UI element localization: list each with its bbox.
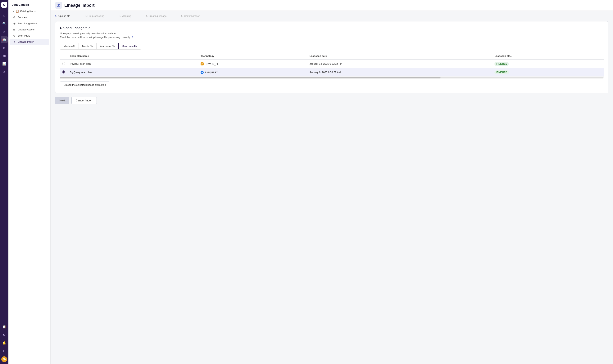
table-scroll-thumb — [60, 77, 441, 78]
step-1-number: 1. — [55, 14, 57, 17]
upload-card: Upload lineage file Lineage processing u… — [55, 21, 608, 93]
sidebar-item-lineage-import[interactable]: ↑ Lineage Import — [10, 39, 49, 45]
card-description: Lineage processing usually takes less th… — [60, 32, 604, 39]
term-suggestions-icon: ◈ — [13, 22, 16, 25]
status-badge-2: FINISHED — [494, 70, 509, 74]
connector-1 — [72, 16, 83, 16]
home-icon[interactable]: ⌂ — [1, 12, 8, 19]
col-technology: Technology — [198, 53, 307, 60]
lineage-import-icon: ↑ — [13, 40, 16, 43]
bigquery-tech: G BIGQUERY — [201, 71, 218, 74]
tab-ataccama-file[interactable]: Ataccama file — [96, 43, 119, 49]
lineage-assets-icon: ⊟ — [13, 28, 16, 31]
app-logo: O — [1, 2, 7, 8]
task-icon[interactable]: 📋 — [1, 323, 8, 330]
term-suggestions-label: Term Suggestions — [18, 22, 38, 25]
upload-extraction-button[interactable]: Upload the selected lineage extraction — [60, 81, 109, 88]
table-row[interactable]: BigQuery scan plan G BIGQUERY January 9,… — [60, 68, 604, 77]
next-button[interactable]: Next — [55, 97, 69, 104]
powerbi-tech: P POWER_BI — [201, 62, 218, 65]
sidebar-item-lineage-assets[interactable]: ⊟ Lineage Assets — [10, 26, 49, 33]
scan-results-table-container: Scan plan name Technology Last scan date… — [60, 53, 604, 77]
step-3-label: 3. Mapping — [119, 14, 131, 17]
table2-icon[interactable]: ⊟ — [1, 347, 8, 354]
left-rail: O ⌂ 🔍 ◎ 📖 ⊞ ▦ 📊 ⌕ 📋 ⚙ 🔔 ⊟ FB — [0, 0, 8, 364]
book-icon[interactable]: 📖 — [1, 36, 8, 43]
status-badge-1: FINISHED — [494, 62, 509, 66]
tab-manta-api[interactable]: Manta API — [60, 43, 79, 49]
top-bar: Lineage Import — [51, 0, 613, 11]
row-1-status: FINISHED — [492, 60, 604, 68]
row-1-radio[interactable] — [62, 62, 65, 65]
content-area: 1. Upload file 2. File processing 3. Map… — [51, 11, 613, 364]
sidebar-item-catalog-items[interactable]: ▶ 📋 Catalog Items — [10, 8, 49, 14]
lineage-import-label: Lineage Import — [18, 40, 34, 43]
desc-line-1: Lineage processing usually takes less th… — [60, 32, 117, 35]
col-last-scan-date: Last scan date — [307, 53, 492, 60]
step-3: 3. Mapping — [119, 14, 131, 17]
bottom-actions: Next Cancel import — [55, 97, 608, 104]
settings-icon[interactable]: ⚙ — [1, 331, 8, 338]
page-icon — [55, 2, 62, 9]
connector-3 — [133, 16, 144, 16]
catalog-items-label: Catalog Items — [20, 10, 35, 13]
connector-4 — [168, 16, 180, 16]
step-4-label: 4. Creating lineage — [146, 14, 167, 17]
row-1-name: PowerBI scan plan — [68, 60, 198, 68]
scan-plans-label: Scan Plans — [18, 34, 30, 37]
row-2-name: BigQuery scan plan — [68, 68, 198, 77]
grid-icon[interactable]: ⊞ — [1, 44, 8, 51]
main-content: Lineage Import 1. Upload file 2. File pr… — [51, 0, 613, 364]
dashboard-icon[interactable]: ▦ — [1, 52, 8, 59]
sidebar-title: Data Catalog — [8, 0, 50, 8]
sidebar: Data Catalog ▶ 📋 Catalog Items ⊙ Sources… — [8, 0, 51, 364]
row-2-select-cell — [60, 68, 68, 77]
row-2-status: FINISHED — [492, 68, 604, 77]
table-scrollbar[interactable] — [60, 77, 604, 78]
scan-results-table: Scan plan name Technology Last scan date… — [60, 53, 604, 77]
lineage-assets-label: Lineage Assets — [18, 28, 34, 31]
avatar[interactable]: FB — [1, 356, 7, 362]
sidebar-item-sources[interactable]: ⊙ Sources — [10, 14, 49, 20]
connector-2 — [106, 16, 117, 16]
bigquery-icon: G — [201, 71, 204, 74]
col-select — [60, 53, 68, 60]
sources-icon: ⊙ — [13, 16, 16, 19]
file-type-tabs: Manta API Manta file Ataccama file Scan … — [60, 43, 141, 50]
docs-link[interactable] — [131, 36, 133, 38]
page-title: Lineage Import — [64, 3, 95, 8]
step-5: 5. Confirm import — [181, 14, 200, 17]
sidebar-item-term-suggestions[interactable]: ◈ Term Suggestions — [10, 20, 49, 26]
card-title: Upload lineage file — [60, 26, 604, 30]
sources-label: Sources — [18, 16, 27, 19]
step-2: 2. File processing — [85, 14, 104, 17]
cancel-import-button[interactable]: Cancel import — [71, 97, 97, 104]
step-1: 1. Upload file — [55, 14, 70, 17]
search-icon[interactable]: 🔍 — [1, 20, 8, 27]
bell-icon[interactable]: 🔔 — [1, 339, 8, 346]
sidebar-item-scan-plans[interactable]: ⊙ Scan Plans — [10, 33, 49, 39]
step-5-label: 5. Confirm import — [181, 14, 200, 17]
col-last-scan-status: Last scan sta... — [492, 53, 604, 60]
step-1-label: Upload file — [58, 14, 70, 17]
scan-plans-icon: ⊙ — [13, 34, 16, 37]
catalog-items-icon: 📋 — [16, 10, 19, 13]
row-2-last-scan-date: January 9, 2025 8:59:57 AM — [307, 68, 492, 77]
powerbi-icon: P — [201, 62, 204, 65]
row-1-technology: P POWER_BI — [198, 60, 307, 68]
row-1-select-cell — [60, 60, 68, 68]
magnify-icon[interactable]: ⌕ — [1, 68, 8, 75]
step-2-label: 2. File processing — [85, 14, 104, 17]
globe-icon[interactable]: ◎ — [1, 28, 8, 35]
col-scan-plan-name: Scan plan name — [68, 53, 198, 60]
table-row[interactable]: PowerBI scan plan P POWER_BI January 14,… — [60, 60, 604, 68]
tab-scan-results[interactable]: Scan results — [118, 43, 141, 50]
svg-rect-0 — [57, 6, 60, 7]
row-2-radio[interactable] — [62, 70, 65, 74]
expand-icon: ▶ — [13, 10, 14, 13]
row-1-last-scan-date: January 14, 2025 6:17:22 PM — [307, 60, 492, 68]
tab-manta-file[interactable]: Manta file — [79, 43, 96, 49]
stepper: 1. Upload file 2. File processing 3. Map… — [55, 14, 608, 17]
row-2-technology: G BIGQUERY — [198, 68, 307, 77]
bar-chart-icon[interactable]: 📊 — [1, 60, 8, 67]
